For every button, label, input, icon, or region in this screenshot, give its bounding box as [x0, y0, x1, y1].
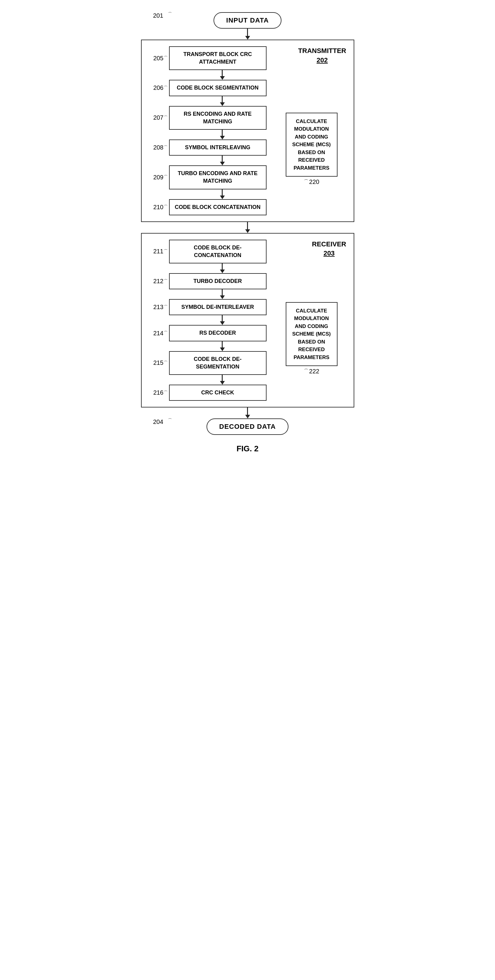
arrow-212-213 — [220, 289, 225, 299]
ref-206-area: 206⌒ — [148, 84, 169, 91]
block-214: RS DECODER — [169, 325, 267, 341]
ref-214-area: 214⌒ — [148, 330, 169, 337]
arrow-211-212 — [220, 263, 225, 273]
arrow-rx-to-output — [245, 407, 250, 418]
ref-201: 201 — [153, 12, 163, 19]
rx-row-212: 212⌒ TURBO DECODER — [148, 273, 276, 289]
transmitter-right-col: CALCULATE MODULATION AND CODING SCHEME (… — [276, 46, 348, 215]
ref-204: 204 — [153, 418, 163, 425]
transmitter-label: TRANSMITTER 202 — [298, 46, 346, 65]
block-209: TURBO ENCODING AND RATE MATCHING — [169, 165, 267, 189]
output-node-row: 204 ⌒ DECODED DATA — [141, 418, 354, 435]
ref-207-area: 207⌒ — [148, 114, 169, 121]
ref-222: 222 — [309, 368, 319, 375]
arrow-207-208 — [220, 130, 225, 140]
ref-212-area: 212⌒ — [148, 278, 169, 285]
receiver-right-col: CALCULATE MODULATION AND CODING SCHEME (… — [276, 240, 348, 401]
rx-row-211: 211⌒ CODE BLOCK DE-CONCATENATION — [148, 240, 276, 263]
ref-210-area: 210⌒ — [148, 204, 169, 211]
rx-row-215: 215⌒ CODE BLOCK DE-SEGMENTATION — [148, 351, 276, 375]
tx-mcs-ref-area: ⌒ 220 — [304, 178, 319, 186]
ref-213-area: 213⌒ — [148, 304, 169, 311]
receiver-flow: 211⌒ CODE BLOCK DE-CONCATENATION 212⌒ TU… — [148, 240, 276, 401]
ref-205-area: 205⌒ — [148, 55, 169, 62]
ref-220: 220 — [309, 178, 319, 186]
arrow-206-207 — [220, 96, 225, 106]
diagram: 201 ⌒ INPUT DATA TRANSMITTER 202 205⌒ TR… — [111, 12, 385, 453]
input-data-node: INPUT DATA — [213, 12, 282, 29]
arrow-209-210 — [220, 189, 225, 199]
arrow-tx-to-rx — [245, 222, 250, 233]
rx-row-214: 214⌒ RS DECODER — [148, 325, 276, 341]
arrow-215-216 — [220, 375, 225, 385]
output-data-node: DECODED DATA — [207, 418, 289, 435]
ref-215-area: 215⌒ — [148, 360, 169, 366]
arrow-208-209 — [220, 156, 225, 165]
ref-216-area: 216⌒ — [148, 389, 169, 396]
transmitter-section: TRANSMITTER 202 205⌒ TRANSPORT BLOCK CRC… — [141, 40, 354, 222]
tx-row-205: 205⌒ TRANSPORT BLOCK CRC ATTACHMENT — [148, 46, 276, 70]
tx-mcs-box: CALCULATE MODULATION AND CODING SCHEME (… — [286, 113, 337, 177]
rx-row-213: 213⌒ SYMBOL DE-INTERLEAVER — [148, 299, 276, 315]
arrow-input-to-tx — [245, 29, 250, 40]
tx-row-208: 208⌒ SYMBOL INTERLEAVING — [148, 140, 276, 156]
rx-row-216: 216⌒ CRC CHECK — [148, 385, 276, 401]
block-205: TRANSPORT BLOCK CRC ATTACHMENT — [169, 46, 267, 70]
transmitter-flow: 205⌒ TRANSPORT BLOCK CRC ATTACHMENT 206⌒… — [148, 46, 276, 215]
rx-mcs-box: CALCULATE MODULATION AND CODING SCHEME (… — [286, 302, 337, 366]
receiver-label: RECEIVER 203 — [312, 240, 346, 259]
block-215: CODE BLOCK DE-SEGMENTATION — [169, 351, 267, 375]
arrow-205-206 — [220, 70, 225, 80]
block-211: CODE BLOCK DE-CONCATENATION — [169, 240, 267, 263]
block-216: CRC CHECK — [169, 385, 267, 401]
arrow-214-215 — [220, 341, 225, 351]
tx-row-206: 206⌒ CODE BLOCK SEGMENTATION — [148, 80, 276, 96]
receiver-section: RECEIVER 203 211⌒ CODE BLOCK DE-CONCATEN… — [141, 233, 354, 408]
block-206: CODE BLOCK SEGMENTATION — [169, 80, 267, 96]
rx-mcs-ref-area: ⌒ 222 — [304, 368, 319, 375]
block-210: CODE BLOCK CONCATENATION — [169, 199, 267, 215]
block-208: SYMBOL INTERLEAVING — [169, 140, 267, 156]
tx-row-209: 209⌒ TURBO ENCODING AND RATE MATCHING — [148, 165, 276, 189]
ref-209-area: 209⌒ — [148, 174, 169, 181]
block-207: RS ENCODING AND RATE MATCHING — [169, 106, 267, 130]
ref-208-area: 208⌒ — [148, 144, 169, 151]
tx-row-207: 207⌒ RS ENCODING AND RATE MATCHING — [148, 106, 276, 130]
figure-caption: FIG. 2 — [236, 444, 258, 453]
tx-row-210: 210⌒ CODE BLOCK CONCATENATION — [148, 199, 276, 215]
ref-211-area: 211⌒ — [148, 248, 169, 255]
block-212: TURBO DECODER — [169, 273, 267, 289]
arrow-213-214 — [220, 315, 225, 325]
block-213: SYMBOL DE-INTERLEAVER — [169, 299, 267, 315]
